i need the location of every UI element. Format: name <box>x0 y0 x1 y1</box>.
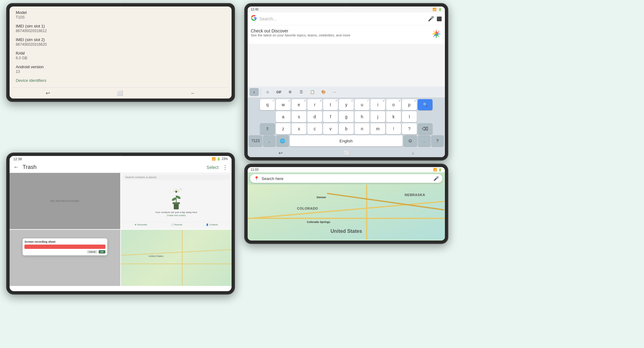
key-c[interactable]: c <box>307 123 322 134</box>
nav-back-kb-icon[interactable]: ↩ <box>279 150 283 156</box>
key-e[interactable]: e3 <box>292 99 306 110</box>
trash-back-icon[interactable]: ← <box>13 164 19 170</box>
key-n[interactable]: n <box>355 123 369 134</box>
key-123[interactable]: ?123 <box>249 135 262 146</box>
trash-status-bar: 12:38 📶 🔋 23% <box>10 156 232 162</box>
no-notifications-text: NO NOTIFICATIONS <box>51 199 79 203</box>
trash-battery-icon: 🔋 <box>217 157 220 161</box>
map-area[interactable]: Denver COLORADO NEBRASKA United States C… <box>248 185 445 240</box>
key-r[interactable]: r4 <box>307 99 322 110</box>
key-v[interactable]: v <box>323 123 338 134</box>
key-a[interactable]: a <box>276 111 291 122</box>
keyboard-container: ‹ ☺ GIF ⚙ ☰ 📋 🎨 ··· q1 <box>248 86 445 157</box>
keyboard-settings-btn[interactable]: ⚙ <box>285 88 295 96</box>
contacts-search-bar[interactable]: Search contacts & places <box>123 175 230 180</box>
key-search[interactable]: 🔍 <box>418 99 433 110</box>
key-x[interactable]: x <box>292 123 306 134</box>
map-mic-icon[interactable]: 🎤 <box>433 176 439 181</box>
svg-point-10 <box>169 191 171 193</box>
key-o[interactable]: o9 <box>386 99 401 110</box>
key-f[interactable]: f <box>323 111 338 122</box>
trash-item-1[interactable]: NO NOTIFICATIONS <box>10 173 120 229</box>
contacts-illustration: Your contacts are just a tap away here C… <box>123 181 230 222</box>
keyboard-calendar-btn[interactable]: 📋 <box>307 88 317 96</box>
search-area[interactable]: Search... 🎤 ⬛ <box>248 12 445 25</box>
map-cos-label: Colorado Springs <box>307 220 330 224</box>
key-y[interactable]: y6 <box>339 99 354 110</box>
nav-home-kb-icon[interactable]: ⬜ <box>344 150 350 156</box>
key-question[interactable]: ? <box>402 123 417 134</box>
map-search-bar[interactable]: 📍 Search here 🎤 <box>250 174 442 183</box>
trash-item-2[interactable]: Search contacts & places <box>121 173 232 229</box>
key-shift[interactable]: ⇧ <box>260 123 275 134</box>
keyboard-emoji-btn[interactable]: ☺ <box>263 88 273 96</box>
dialog-cancel-btn[interactable]: Cancel <box>87 250 97 254</box>
keyboard-tablet: 12:40 📶 🔋 <box>244 3 448 161</box>
key-i[interactable]: i8 <box>370 99 385 110</box>
nav-send-icon[interactable]: ↩ <box>46 90 50 96</box>
keyboard-back-btn[interactable]: ‹ <box>249 88 259 96</box>
model-row: Model T10S <box>16 10 225 19</box>
key-t[interactable]: t5 <box>323 99 338 110</box>
ram-label: RAM <box>16 51 225 56</box>
keyboard-list-btn[interactable]: ☰ <box>296 88 306 96</box>
key-j[interactable]: j <box>370 111 385 122</box>
nav-favourites[interactable]: ★ Favourites <box>134 224 147 226</box>
ram-row: RAM 6.0 GB <box>16 51 225 60</box>
trash-status-icons: 📶 🔋 23% <box>212 157 228 161</box>
key-comma[interactable]: , <box>263 135 275 146</box>
key-w[interactable]: w2 <box>276 99 291 110</box>
key-b[interactable]: b <box>339 123 354 134</box>
key-h[interactable]: h <box>355 111 369 122</box>
nav-square-icon[interactable]: ⬜ <box>117 90 123 96</box>
mic-icon[interactable]: 🎤 <box>428 16 434 22</box>
nav-recents[interactable]: 🕐 Recents <box>171 224 182 226</box>
discover-title: Check out Discover <box>251 28 350 33</box>
trash-select-btn[interactable]: Select <box>207 165 219 170</box>
svg-rect-1 <box>173 202 180 204</box>
keyboard-status-icons: 📶 🔋 <box>433 8 442 11</box>
top-left-section: Model T10S IMEI (sim slot 1) 86740002031… <box>0 0 241 105</box>
key-m[interactable]: m <box>370 123 385 134</box>
key-period[interactable]: . <box>418 135 430 146</box>
keyboard-gif-btn[interactable]: GIF <box>274 88 284 96</box>
key-globe[interactable]: 🌐 <box>276 135 289 146</box>
key-u[interactable]: u7 <box>355 99 369 110</box>
keyboard-row-2: a s d f g h j k l <box>249 111 444 122</box>
nav-contacts[interactable]: 👤 Contacts <box>206 224 218 226</box>
key-l[interactable]: l <box>402 111 417 122</box>
lens-icon[interactable]: ⬛ <box>437 16 442 21</box>
contacts-bottom-nav: ★ Favourites 🕐 Recents 👤 Contacts <box>123 222 230 227</box>
dialog-title: Screen recording sheet <box>24 240 105 243</box>
search-input-tr[interactable]: Search... <box>259 16 425 21</box>
device-identifiers-link[interactable]: Device identifiers <box>16 78 225 83</box>
imei2-value: 867400020316620 <box>16 42 225 47</box>
screenshot-dialog: Screen recording sheet Cancel OK <box>23 238 107 255</box>
keyboard-palette-btn[interactable]: 🎨 <box>318 88 328 96</box>
key-delete[interactable]: ⌫ <box>418 123 433 134</box>
dialog-buttons: Cancel OK <box>24 250 105 254</box>
key-z[interactable]: z <box>276 123 291 134</box>
key-space[interactable]: English <box>290 135 403 146</box>
google-logo <box>251 15 257 23</box>
trash-item-4[interactable]: United States <box>121 230 232 286</box>
key-s[interactable]: s <box>292 111 306 122</box>
map-search-text[interactable]: Search here <box>262 176 431 181</box>
dialog-ok-btn[interactable]: OK <box>99 250 105 254</box>
key-d[interactable]: d <box>307 111 322 122</box>
svg-point-5 <box>175 191 177 193</box>
key-exclaim[interactable]: ! <box>386 123 401 134</box>
trash-more-icon[interactable]: ⋮ <box>222 164 228 171</box>
key-g[interactable]: g <box>339 111 354 122</box>
contacts-create[interactable]: Create new contact <box>167 214 186 216</box>
trash-item-3[interactable]: Screen recording sheet Cancel OK <box>10 230 120 286</box>
key-emoji[interactable]: ☺ <box>403 135 417 146</box>
key-q[interactable]: q1 <box>260 99 275 110</box>
nav-back-icon[interactable]: ← <box>190 90 195 96</box>
nav-down-kb-icon[interactable]: ↓ <box>412 150 414 156</box>
trash-toolbar: ← Trash Select ⋮ <box>10 162 232 173</box>
key-k[interactable]: k <box>386 111 401 122</box>
keyboard-more-btn[interactable]: ··· <box>330 88 339 96</box>
key-question2[interactable]: ? <box>431 135 444 146</box>
key-p[interactable]: p0 <box>402 99 417 110</box>
